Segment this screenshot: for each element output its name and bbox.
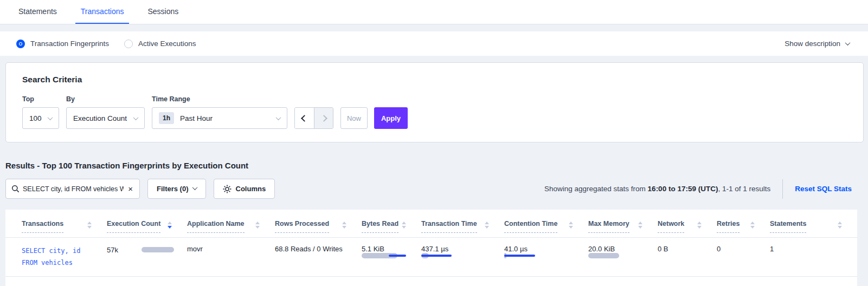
search-criteria-controls: Top 100 By Execution Count Time Range 1h… — [22, 95, 847, 129]
results-section: Results - Top 100 Transaction Fingerprin… — [5, 161, 863, 170]
column-header-contention-time[interactable]: Contention Time — [504, 220, 588, 233]
cell-transaction-time: 437.1 µs — [421, 245, 504, 269]
time-next-button[interactable] — [314, 108, 333, 128]
cell-transactions: SELECT city, idFROM vehicles — [22, 245, 107, 269]
results-heading: Results - Top 100 Transaction Fingerprin… — [5, 161, 863, 170]
tab-transactions[interactable]: Transactions — [75, 7, 130, 24]
top-select[interactable]: 100 — [22, 107, 59, 129]
top-label: Top — [22, 95, 59, 103]
time-range-field: Time Range 1h Past Hour — [152, 95, 287, 129]
sort-icon[interactable] — [838, 222, 842, 229]
filters-label: Filters (0) — [157, 185, 189, 193]
radio-checked-icon — [16, 40, 25, 48]
time-range-value: Past Hour — [180, 114, 213, 122]
radio-unchecked-icon — [124, 40, 133, 48]
sort-icon[interactable] — [402, 222, 406, 229]
by-select-value: Execution Count — [73, 114, 127, 122]
now-button[interactable]: Now — [340, 107, 368, 129]
search-icon — [11, 185, 20, 193]
results-controls: × Filters (0) Columns Showing aggregated… — [5, 179, 863, 199]
time-range-pager — [294, 107, 333, 129]
gear-icon — [223, 185, 232, 193]
chevron-down-icon — [845, 40, 851, 46]
apply-button[interactable]: Apply — [374, 107, 408, 129]
sort-icon[interactable] — [569, 222, 573, 229]
sort-desc-icon[interactable] — [168, 222, 172, 229]
radio-transaction-fingerprints[interactable]: Transaction Fingerprints — [16, 40, 109, 48]
contention-time-value: 41.0 µs — [504, 245, 575, 253]
columns-label: Columns — [236, 185, 266, 193]
show-description-label: Show description — [785, 40, 840, 48]
column-header-retries[interactable]: Retries — [717, 220, 770, 233]
execution-count-value: 57k — [107, 246, 118, 254]
sort-icon[interactable] — [87, 222, 92, 229]
chevron-down-icon — [48, 115, 53, 120]
radio-active-executions[interactable]: Active Executions — [124, 40, 196, 48]
column-header-transactions[interactable]: Transactions — [22, 220, 107, 233]
transactions-table: Transactions Execution Count Application… — [5, 210, 857, 286]
tab-bar: Statements Transactions Sessions — [0, 0, 868, 24]
column-header-max-memory[interactable]: Max Memory — [588, 220, 658, 233]
column-header-bytes-read[interactable]: Bytes Read — [362, 220, 421, 233]
chevron-right-icon — [320, 115, 327, 122]
chevron-down-icon — [133, 115, 139, 120]
cell-contention-time: 41.0 µs — [504, 245, 588, 269]
reset-sql-stats-link[interactable]: Reset SQL Stats — [795, 185, 852, 193]
show-description-toggle[interactable]: Show description — [785, 40, 850, 48]
sort-icon[interactable] — [255, 222, 260, 229]
max-memory-value: 20.0 KiB — [588, 245, 645, 253]
column-header-statements[interactable]: Statements — [770, 220, 857, 233]
table-row: SELECT city, idFROM vehicles 57k movr 68… — [5, 237, 857, 277]
column-header-rows-processed[interactable]: Rows Processed — [275, 220, 362, 233]
cell-max-memory: 20.0 KiB — [588, 245, 658, 269]
cell-network: 0 B — [658, 245, 717, 269]
time-range-select[interactable]: 1h Past Hour — [152, 107, 287, 129]
cell-bytes-read: 5.1 KiB — [362, 245, 421, 269]
cell-rows-processed: 68.8 Reads / 0 Writes — [275, 245, 362, 269]
radio-label: Transaction Fingerprints — [30, 40, 109, 48]
sort-icon[interactable] — [485, 222, 489, 229]
column-header-application-name[interactable]: Application Name — [187, 220, 275, 233]
tab-statements[interactable]: Statements — [13, 7, 62, 24]
bytes-read-value: 5.1 KiB — [362, 245, 408, 253]
filters-button[interactable]: Filters (0) — [147, 179, 206, 199]
transaction-fingerprint-link[interactable]: SELECT city, idFROM vehicles — [22, 245, 94, 269]
by-select[interactable]: Execution Count — [66, 107, 145, 129]
chevron-down-icon — [192, 185, 197, 190]
time-prev-button[interactable] — [295, 108, 314, 128]
table-header-row: Transactions Execution Count Application… — [5, 210, 857, 233]
sort-icon[interactable] — [342, 222, 346, 229]
top-field: Top 100 — [22, 95, 59, 129]
column-header-network[interactable]: Network — [658, 220, 717, 233]
sort-icon[interactable] — [697, 222, 702, 229]
search-criteria-title: Search Criteria — [22, 75, 847, 84]
time-range-badge: 1h — [159, 112, 174, 124]
tab-sessions[interactable]: Sessions — [142, 7, 184, 24]
top-select-value: 100 — [29, 114, 42, 122]
chevron-down-icon — [276, 115, 281, 120]
cell-statements: 1 — [770, 245, 857, 269]
sort-icon[interactable] — [638, 222, 642, 229]
transactions-page: Statements Transactions Sessions Transac… — [0, 0, 868, 286]
cell-application-name: movr — [187, 245, 275, 269]
sort-icon[interactable] — [750, 222, 755, 229]
transaction-time-value: 437.1 µs — [421, 245, 491, 253]
vertical-divider — [782, 179, 783, 199]
chevron-left-icon — [301, 115, 308, 122]
stats-time-range: 16:00 to 17:59 (UTC) — [648, 185, 718, 193]
view-toggle-bar: Transaction Fingerprints Active Executio… — [0, 31, 868, 56]
columns-button[interactable]: Columns — [214, 179, 275, 199]
by-field: By Execution Count — [66, 95, 145, 129]
search-criteria-panel: Search Criteria Top 100 By Execution Cou… — [5, 62, 864, 142]
cell-execution-count: 57k — [107, 245, 187, 255]
radio-label: Active Executions — [138, 40, 196, 48]
by-label: By — [66, 95, 145, 103]
cell-retries: 0 — [717, 245, 770, 269]
search-input[interactable] — [23, 185, 124, 193]
clear-search-icon[interactable]: × — [127, 184, 134, 193]
sql-search-box: × — [5, 179, 140, 199]
time-range-label: Time Range — [152, 95, 287, 103]
column-header-transaction-time[interactable]: Transaction Time — [421, 220, 504, 233]
execution-count-bar — [142, 247, 174, 252]
column-header-execution-count[interactable]: Execution Count — [107, 220, 187, 233]
